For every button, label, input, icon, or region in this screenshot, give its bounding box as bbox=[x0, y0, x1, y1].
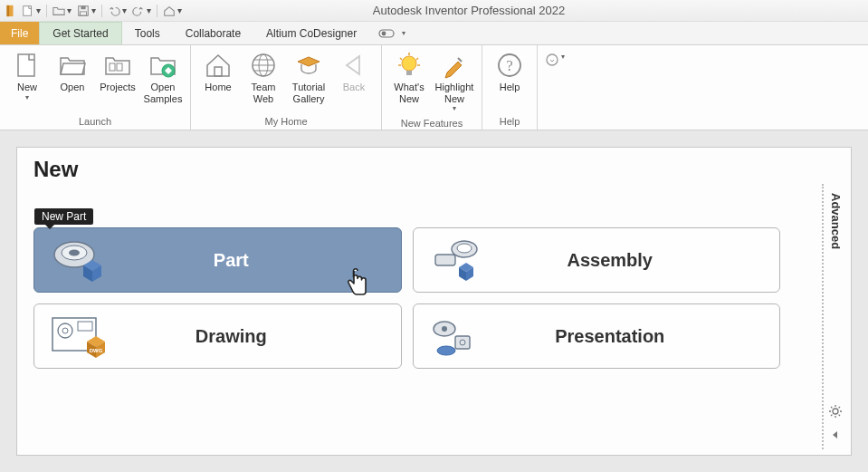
new-document-panel: New New Part Part Assembly bbox=[16, 147, 852, 456]
svg-point-22 bbox=[457, 244, 472, 253]
svg-text:?: ? bbox=[506, 58, 512, 73]
team-web-button[interactable]: Team Web bbox=[242, 47, 285, 108]
home-icon bbox=[204, 51, 233, 80]
tutorial-gallery-button[interactable]: Tutorial Gallery bbox=[287, 47, 330, 108]
new-icon bbox=[13, 51, 42, 80]
svg-rect-4 bbox=[379, 30, 394, 37]
document-type-grid: New Part Part Assembly DWG bbox=[33, 227, 780, 369]
svg-rect-6 bbox=[18, 54, 34, 76]
work-area: New New Part Part Assembly bbox=[0, 130, 868, 472]
svg-point-30 bbox=[442, 326, 447, 332]
svg-rect-31 bbox=[455, 336, 470, 349]
projects-icon bbox=[103, 51, 132, 80]
quick-access-toolbar: ▾ ▾ ▾ ▾ ▾ ▾ bbox=[4, 5, 182, 17]
tooltip: New Part bbox=[34, 208, 93, 225]
qat-redo-button[interactable]: ▾ bbox=[132, 5, 151, 17]
qat-home-button[interactable]: ▾ bbox=[163, 5, 182, 17]
ribbon-group-newfeatures: What's New Highlight New ▾ New Features bbox=[382, 45, 482, 130]
button-label: Help bbox=[500, 82, 520, 93]
highlighter-icon bbox=[440, 51, 469, 80]
svg-point-34 bbox=[833, 409, 838, 414]
svg-point-33 bbox=[437, 346, 455, 355]
highlight-new-button[interactable]: Highlight New ▾ bbox=[433, 47, 476, 116]
svg-rect-23 bbox=[435, 255, 455, 265]
qat-undo-button[interactable]: ▾ bbox=[108, 5, 127, 17]
qat-new-button[interactable]: ▾ bbox=[22, 5, 41, 17]
separator bbox=[46, 5, 47, 17]
svg-rect-14 bbox=[406, 71, 412, 75]
button-label: Presentation bbox=[508, 326, 768, 347]
new-drawing-button[interactable]: DWG Drawing bbox=[33, 303, 402, 369]
lightbulb-icon bbox=[395, 51, 424, 80]
tab-get-started[interactable]: Get Started bbox=[39, 22, 121, 44]
svg-point-13 bbox=[402, 56, 416, 71]
home-button[interactable]: Home bbox=[196, 47, 240, 97]
tab-altium[interactable]: Altium CoDesigner bbox=[253, 22, 369, 44]
back-button: Back bbox=[332, 47, 376, 97]
new-presentation-button[interactable]: Presentation bbox=[413, 303, 781, 369]
ribbon: New ▾ Open Projects Open Samples Launch … bbox=[0, 45, 868, 130]
advanced-toggle[interactable]: Advanced bbox=[829, 189, 843, 253]
projects-button[interactable]: Projects bbox=[96, 47, 139, 97]
assembly-icon bbox=[426, 235, 491, 285]
panel-title: New bbox=[33, 157, 835, 182]
new-part-button[interactable]: New Part Part bbox=[33, 227, 402, 293]
whats-new-button[interactable]: What's New bbox=[387, 47, 431, 108]
button-label: Highlight New bbox=[434, 82, 474, 104]
group-label: New Features bbox=[387, 116, 476, 131]
dropdown-icon: ▾ bbox=[25, 93, 29, 101]
globe-icon bbox=[249, 51, 278, 80]
separator bbox=[157, 5, 157, 17]
button-label: Part bbox=[129, 250, 388, 271]
button-label: Drawing bbox=[129, 326, 388, 347]
tab-tools[interactable]: Tools bbox=[122, 22, 173, 44]
open-samples-icon bbox=[148, 51, 177, 80]
svg-point-5 bbox=[382, 31, 386, 35]
button-label: Open Samples bbox=[143, 82, 183, 104]
svg-rect-0 bbox=[24, 5, 32, 15]
open-folder-icon bbox=[58, 51, 87, 80]
button-label: What's New bbox=[389, 82, 429, 104]
tutorial-icon bbox=[294, 51, 323, 80]
back-arrow-icon bbox=[339, 51, 368, 80]
svg-point-20 bbox=[69, 250, 80, 256]
button-label: Assembly bbox=[508, 250, 768, 271]
ribbon-group-myhome: Home Team Web Tutorial Gallery Back My H… bbox=[191, 45, 382, 130]
group-label: Launch bbox=[5, 114, 185, 130]
collapse-arrow-icon[interactable] bbox=[828, 429, 843, 444]
help-button[interactable]: ? Help bbox=[488, 47, 531, 97]
open-button[interactable]: Open bbox=[51, 47, 94, 97]
new-assembly-button[interactable]: Assembly bbox=[413, 227, 781, 293]
group-label: Help bbox=[488, 114, 531, 130]
qat-save-button[interactable]: ▾ bbox=[77, 5, 96, 17]
new-button[interactable]: New ▾ bbox=[5, 47, 49, 105]
group-label: My Home bbox=[196, 114, 376, 130]
dropdown-icon: ▾ bbox=[453, 104, 456, 112]
cursor-hand-icon bbox=[343, 267, 370, 304]
ribbon-collapse[interactable]: ▾ bbox=[538, 45, 572, 130]
open-samples-button[interactable]: Open Samples bbox=[141, 47, 185, 108]
svg-text:DWG: DWG bbox=[90, 348, 103, 353]
gear-icon[interactable] bbox=[828, 404, 843, 421]
svg-rect-3 bbox=[81, 11, 87, 14]
button-label: Tutorial Gallery bbox=[289, 82, 329, 104]
button-label: Back bbox=[343, 82, 365, 93]
button-label: Team Web bbox=[243, 82, 283, 104]
qat-open-button[interactable]: ▾ bbox=[52, 5, 72, 17]
app-title: Autodesk Inventor Professional 2022 bbox=[182, 4, 864, 17]
separator bbox=[101, 5, 102, 17]
tab-extras[interactable]: ▾ bbox=[369, 22, 415, 44]
tab-collaborate[interactable]: Collaborate bbox=[173, 22, 253, 44]
advanced-sidebar: Advanced bbox=[822, 184, 847, 449]
ribbon-group-help: ? Help Help bbox=[482, 45, 538, 130]
ribbon-group-launch: New ▾ Open Projects Open Samples Launch bbox=[0, 45, 191, 130]
button-label: Projects bbox=[100, 82, 136, 93]
svg-rect-7 bbox=[110, 63, 115, 71]
tab-file[interactable]: File bbox=[0, 22, 39, 44]
help-icon: ? bbox=[495, 51, 524, 80]
app-icon bbox=[4, 5, 16, 17]
ribbon-tab-strip: File Get Started Tools Collaborate Altiu… bbox=[0, 22, 868, 45]
button-label: New bbox=[17, 82, 37, 93]
svg-rect-8 bbox=[117, 63, 122, 71]
button-label: Open bbox=[61, 82, 85, 93]
